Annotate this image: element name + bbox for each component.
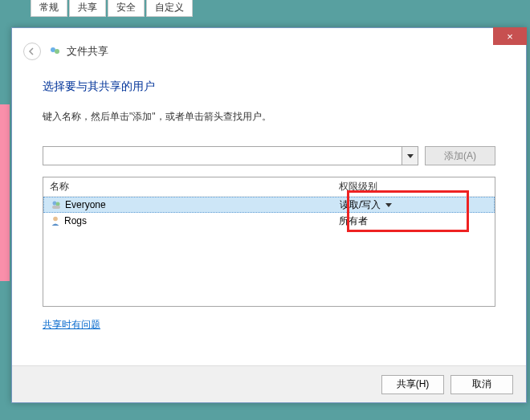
group-icon: [51, 199, 62, 210]
svg-point-1: [55, 49, 59, 54]
file-sharing-dialog: × 文件共享 选择要与其共享的用户 键入名称，然后单击"添加"，或者单击箭头查找…: [11, 27, 527, 403]
tab-share[interactable]: 共享: [69, 0, 106, 17]
chevron-down-icon: [385, 203, 392, 207]
svg-point-3: [56, 202, 60, 206]
row-name-text: Rogs: [64, 215, 87, 226]
row-name-cell: Everyone: [44, 199, 333, 210]
user-icon: [50, 215, 61, 226]
row-permission-text: 读取/写入: [340, 198, 381, 212]
share-icon: [49, 45, 62, 58]
close-button[interactable]: ×: [493, 27, 527, 45]
user-input-row: 添加(A): [43, 146, 495, 165]
tab-custom[interactable]: 自定义: [146, 0, 193, 17]
dialog-footer: 共享(H) 取消: [12, 365, 526, 402]
back-button[interactable]: [23, 43, 41, 60]
cancel-button[interactable]: 取消: [450, 375, 513, 394]
user-input[interactable]: [43, 147, 402, 165]
column-permission[interactable]: 权限级别: [332, 177, 495, 196]
close-icon: ×: [507, 31, 513, 43]
dialog-title-wrap: 文件共享: [49, 44, 108, 59]
column-name[interactable]: 名称: [43, 177, 332, 196]
add-button[interactable]: 添加(A): [425, 146, 495, 165]
tab-security[interactable]: 安全: [108, 0, 145, 17]
tab-general[interactable]: 常规: [31, 0, 67, 17]
user-list: 名称 权限级别 Everyone 读取/写入: [43, 177, 495, 307]
list-header: 名称 权限级别: [43, 177, 495, 197]
help-link[interactable]: 共享时有问题: [43, 318, 100, 332]
list-row[interactable]: Rogs 所有者: [43, 213, 495, 229]
background-tabs: 常规 共享 安全 自定义: [31, 0, 193, 17]
row-permission-cell: 所有者: [332, 214, 495, 228]
share-button[interactable]: 共享(H): [381, 375, 444, 394]
dialog-title: 文件共享: [67, 44, 108, 59]
chevron-down-icon: [407, 154, 414, 158]
row-name-text: Everyone: [65, 199, 106, 210]
instruction-text: 键入名称，然后单击"添加"，或者单击箭头查找用户。: [43, 110, 495, 124]
row-name-cell: Rogs: [43, 215, 332, 226]
arrow-left-icon: [27, 47, 37, 56]
dialog-content: 选择要与其共享的用户 键入名称，然后单击"添加"，或者单击箭头查找用户。 添加(…: [12, 68, 526, 332]
dialog-header: 文件共享: [12, 28, 526, 68]
row-permission-text: 所有者: [339, 214, 368, 228]
combo-dropdown-button[interactable]: [402, 147, 418, 165]
row-permission-cell[interactable]: 读取/写入: [333, 198, 494, 212]
svg-point-5: [53, 217, 58, 222]
list-row[interactable]: Everyone 读取/写入: [43, 197, 495, 213]
main-heading: 选择要与其共享的用户: [43, 80, 495, 94]
svg-rect-4: [52, 206, 60, 209]
user-combobox[interactable]: [43, 146, 418, 165]
decor-pink-bar: [0, 104, 10, 281]
